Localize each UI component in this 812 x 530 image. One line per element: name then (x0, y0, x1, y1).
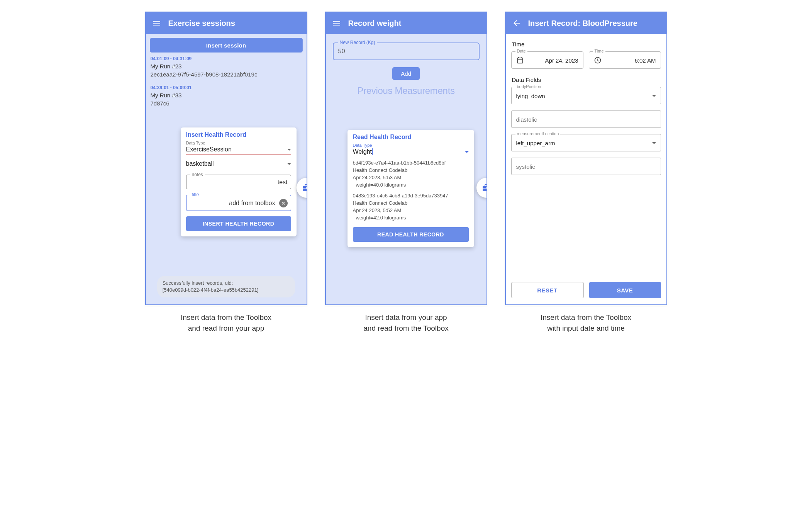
phone-screen-1: Exercise sessions Insert session 04:01:0… (145, 12, 307, 305)
appbar: Insert Record: BloodPressure (506, 12, 666, 34)
clear-icon[interactable] (279, 199, 288, 207)
chevron-down-icon (652, 95, 656, 97)
systolic-placeholder: systolic (516, 163, 535, 170)
phone-screen-2: Record weight New Record (Kg) 50 Add Pre… (325, 12, 487, 305)
caption: Insert data from the Toolbox with input … (505, 312, 667, 333)
datatype-value: ExerciseSession (186, 146, 232, 153)
date-label: Date (515, 49, 527, 53)
toolbox-fab[interactable] (476, 178, 487, 198)
toolbox-icon (302, 183, 307, 192)
exercise-type-select[interactable]: basketball (186, 160, 291, 169)
insert-health-record-button[interactable]: INSERT HEALTH RECORD (186, 216, 291, 231)
appbar-title: Insert Record: BloodPressure (528, 19, 637, 28)
appbar: Record weight (326, 12, 487, 34)
exercise-type-value: basketball (186, 160, 214, 167)
appbar: Exercise sessions (146, 12, 307, 34)
body-position-label: bodyPosition (515, 84, 543, 89)
clock-icon (594, 56, 602, 64)
date-value: Apr 24, 2023 (545, 57, 578, 64)
session-item[interactable]: 04:01:09 - 04:31:09 My Run #23 2ec1eaa2-… (150, 53, 303, 82)
session-item[interactable]: 04:39:01 - 05:09:01 My Run #33 7d87c6 (150, 82, 303, 110)
screen2-content: New Record (Kg) 50 Add Previous Measurem… (326, 34, 487, 304)
datatype-label: Data Type (353, 143, 469, 148)
datatype-label: Data Type (186, 141, 291, 145)
body-position-value: lying_down (516, 93, 545, 99)
systolic-input[interactable]: systolic (511, 158, 661, 175)
date-input[interactable]: Date Apr 24, 2023 (511, 51, 583, 69)
previous-measurements-heading: Previous Measurements (333, 85, 480, 96)
new-record-input[interactable]: New Record (Kg) 50 (333, 42, 480, 60)
add-button[interactable]: Add (392, 67, 420, 80)
chevron-down-icon (465, 151, 469, 153)
datatype-select[interactable]: ExerciseSession (186, 145, 291, 155)
notes-value: test (278, 179, 288, 186)
diastolic-input[interactable]: diastolic (511, 110, 661, 128)
diastolic-placeholder: diastolic (516, 116, 537, 123)
title-value: add from toolbox (229, 200, 276, 207)
chevron-down-icon (652, 142, 656, 144)
measurement-location-select[interactable]: measurementLocation left_upper_arm (511, 134, 661, 151)
calendar-icon (516, 56, 524, 64)
success-toast: Successfully insert records, uid: [540e0… (157, 276, 295, 297)
new-record-label: New Record (Kg) (338, 40, 377, 45)
screen3-content: Time Date Apr 24, 2023 Time 6:02 AM Data… (506, 34, 666, 304)
record-item: bd4f193e-e7a4-41aa-b1bb-50441b8cd8bf Hea… (353, 160, 469, 189)
appbar-title: Record weight (348, 19, 402, 28)
session-name: My Run #23 (151, 62, 302, 70)
card-title: Read Health Record (353, 134, 469, 141)
datatype-value: Weight (353, 148, 373, 155)
time-section-label: Time (512, 41, 661, 48)
caption: Insert data from your app and read from … (325, 312, 487, 333)
time-input[interactable]: Time 6:02 AM (589, 51, 661, 69)
session-time: 04:01:09 - 04:31:09 (151, 56, 302, 62)
insert-health-record-card: Insert Health Record Data Type ExerciseS… (181, 127, 297, 236)
toast-line1: Successfully insert records, uid: (163, 280, 290, 287)
session-time: 04:39:01 - 05:09:01 (151, 85, 302, 91)
chevron-down-icon (287, 149, 291, 151)
record-list: bd4f193e-e7a4-41aa-b1bb-50441b8cd8bf Hea… (353, 160, 469, 222)
notes-label: notes (190, 172, 205, 177)
body-position-select[interactable]: bodyPosition lying_down (511, 87, 661, 104)
time-label: Time (593, 49, 605, 53)
title-label: title (190, 192, 201, 197)
title-input[interactable]: title add from toolbox (186, 195, 291, 211)
time-value: 6:02 AM (634, 57, 656, 64)
data-fields-section-label: Data Fields (512, 76, 661, 83)
insert-session-button[interactable]: Insert session (150, 38, 303, 53)
save-button[interactable]: SAVE (589, 282, 661, 298)
read-health-record-button[interactable]: READ HEALTH RECORD (353, 227, 469, 242)
toolbox-fab[interactable] (297, 178, 307, 198)
toolbox-icon (482, 183, 487, 192)
phone-screen-3: Insert Record: BloodPressure Time Date A… (505, 12, 667, 305)
new-record-value: 50 (338, 48, 345, 54)
notes-input[interactable]: notes test (186, 175, 291, 189)
datatype-select[interactable]: Weight (353, 148, 469, 157)
session-uid: 2ec1eaa2-97f5-4597-b908-18221abf019c (151, 70, 302, 78)
appbar-title: Exercise sessions (168, 19, 235, 28)
card-title: Insert Health Record (186, 131, 291, 138)
measurement-location-label: measurementLocation (515, 131, 561, 136)
toast-line2: [540e099d-b022-4f4f-ba24-ea55b4252291] (163, 287, 290, 294)
record-item: 0483e193-e4c6-4cb8-a19d-3e95da733947 Hea… (353, 192, 469, 221)
hamburger-icon[interactable] (152, 19, 161, 28)
chevron-down-icon (287, 163, 291, 165)
screen1-content: Insert session 04:01:09 - 04:31:09 My Ru… (146, 34, 307, 304)
hamburger-icon[interactable] (332, 19, 341, 28)
session-uid: 7d87c6 (151, 99, 302, 107)
measurement-location-value: left_upper_arm (516, 140, 555, 146)
read-health-record-card: Read Health Record Data Type Weight bd4f… (348, 130, 474, 247)
session-name: My Run #33 (151, 91, 302, 99)
back-icon[interactable] (512, 19, 521, 28)
caption: Insert data from the Toolbox and read fr… (145, 312, 307, 333)
reset-button[interactable]: RESET (511, 282, 584, 298)
